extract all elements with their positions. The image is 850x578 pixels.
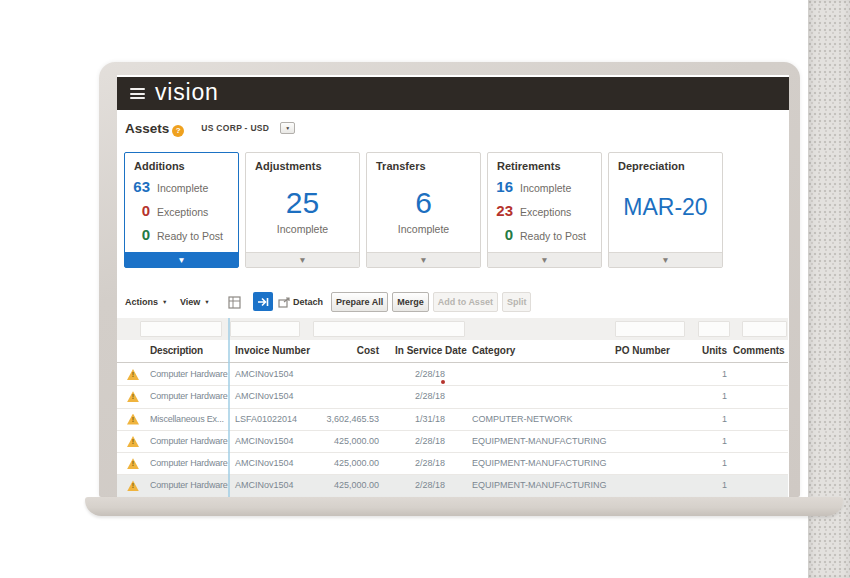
- table-row[interactable]: Miscellaneous Ex...LSFA010220143,602,465…: [117, 409, 788, 431]
- cell-invoice: AMCINov1504: [235, 436, 294, 446]
- filter-input[interactable]: [698, 321, 730, 337]
- page-title: Assets: [125, 121, 169, 136]
- cell-date: 1/31/18: [395, 414, 465, 424]
- filter-input[interactable]: [140, 321, 222, 337]
- cell-units: 1: [679, 480, 727, 490]
- company-dropdown[interactable]: ▼: [280, 122, 295, 134]
- actions-menu[interactable]: Actions▼: [125, 291, 167, 313]
- column-header-in-service-date[interactable]: In Service Date: [395, 345, 465, 356]
- infotile-value: 6: [367, 186, 480, 220]
- cell-description: Computer Hardware: [150, 480, 228, 490]
- merge-button[interactable]: Merge: [392, 292, 429, 312]
- cell-description: Computer Hardware: [150, 391, 228, 401]
- infotile-expander[interactable]: ▼: [246, 252, 359, 267]
- filter-input[interactable]: [615, 321, 685, 337]
- column-header-invoice-number[interactable]: Invoice Number: [235, 345, 310, 356]
- warning-icon: [127, 480, 139, 491]
- column-highlight-line: [228, 318, 230, 497]
- infotile-sublabel: Incomplete: [246, 223, 359, 235]
- filter-input[interactable]: [230, 321, 300, 337]
- warning-icon: [127, 436, 139, 447]
- cell-invoice: AMCINov1504: [235, 480, 294, 490]
- filter-input[interactable]: [742, 321, 787, 337]
- infotile-value: 25: [246, 186, 359, 220]
- cell-category: EQUIPMENT-MANUFACTURING: [472, 458, 607, 468]
- page-title-row: Assets ? US CORP - USD ▼: [125, 119, 295, 137]
- infotile-title: Additions: [125, 153, 238, 172]
- freeze-icon[interactable]: [228, 291, 241, 313]
- toolbar: Actions▼ View▼ Detach Prepare AllMergeAd…: [125, 291, 785, 313]
- add-to-asset-button[interactable]: Add to Asset: [433, 292, 498, 312]
- cell-category: EQUIPMENT-MANUFACTURING: [472, 480, 607, 490]
- table-row[interactable]: Computer HardwareAMCINov15042/28/181: [117, 386, 788, 408]
- cell-date: 2/28/18: [395, 369, 465, 379]
- warning-icon: [127, 369, 139, 380]
- filter-input[interactable]: [313, 321, 465, 337]
- cell-description: Miscellaneous Ex...: [150, 414, 224, 424]
- cell-invoice: LSFA01022014: [235, 414, 297, 424]
- infotile-sublabel: Incomplete: [367, 223, 480, 235]
- cell-units: 1: [679, 414, 727, 424]
- column-header-units[interactable]: Units: [679, 345, 727, 356]
- infotile-expander[interactable]: ▼: [488, 252, 601, 267]
- menu-icon[interactable]: [130, 86, 145, 102]
- table-row[interactable]: Computer HardwareAMCINov1504425,000.002/…: [117, 475, 788, 497]
- prepare-all-button[interactable]: Prepare All: [331, 292, 388, 312]
- laptop-frame: vision Assets ? US CORP - USD ▼ Addition…: [99, 62, 800, 497]
- laptop-base: [85, 497, 843, 516]
- cell-category: EQUIPMENT-MANUFACTURING: [472, 436, 607, 446]
- infotile-depreciation[interactable]: DepreciationMAR-20▼: [608, 152, 723, 268]
- cell-invoice: AMCINov1504: [235, 391, 294, 401]
- infotile-stat[interactable]: 63Incomplete: [125, 178, 238, 202]
- infotile-expander[interactable]: ▼: [367, 252, 480, 267]
- infotile-stat[interactable]: 0Ready to Post: [125, 226, 238, 250]
- cell-category: COMPUTER-NETWORK: [472, 414, 573, 424]
- cell-description: Computer Hardware: [150, 436, 228, 446]
- stage: vision Assets ? US CORP - USD ▼ Addition…: [0, 0, 850, 578]
- infotile-value: MAR-20: [609, 190, 722, 224]
- infotile-stat[interactable]: 23Exceptions: [488, 202, 601, 226]
- warning-icon: [127, 414, 139, 425]
- infotile-stat[interactable]: 0Ready to Post: [488, 226, 601, 250]
- infotile-retirements[interactable]: Retirements16Incomplete23Exceptions0Read…: [487, 152, 602, 268]
- infotile-expander[interactable]: ▼: [125, 252, 238, 267]
- infotile-title: Adjustments: [246, 153, 359, 172]
- infotile-stat[interactable]: 16Incomplete: [488, 178, 601, 202]
- infotile-stat[interactable]: 0Exceptions: [125, 202, 238, 226]
- background-document: [808, 0, 850, 578]
- cell-units: 1: [679, 458, 727, 468]
- infotile-expander[interactable]: ▼: [609, 252, 722, 267]
- infotile-title: Transfers: [367, 153, 480, 172]
- cell-units: 1: [679, 436, 727, 446]
- help-icon[interactable]: ?: [172, 125, 184, 137]
- cell-description: Computer Hardware: [150, 369, 228, 379]
- required-field-dot: [441, 380, 445, 384]
- table-header-row: DescriptionInvoice NumberCostIn Service …: [117, 340, 788, 363]
- table-row[interactable]: Computer HardwareAMCINov15042/28/181: [117, 364, 788, 386]
- column-header-cost[interactable]: Cost: [307, 345, 379, 356]
- detach-button[interactable]: Detach: [278, 291, 323, 313]
- warning-icon: [127, 391, 139, 402]
- cell-invoice: AMCINov1504: [235, 369, 294, 379]
- infotile-transfers[interactable]: Transfers6Incomplete▼: [366, 152, 481, 268]
- app-logo: vision: [155, 79, 219, 106]
- column-header-category[interactable]: Category: [472, 345, 515, 356]
- table-row[interactable]: Computer HardwareAMCINov1504425,000.002/…: [117, 453, 788, 475]
- infotile-title: Retirements: [488, 153, 601, 172]
- view-menu[interactable]: View▼: [180, 291, 210, 313]
- column-header-po-number[interactable]: PO Number: [615, 345, 670, 356]
- cell-cost: 3,602,465.53: [307, 414, 379, 424]
- column-header-description[interactable]: Description: [150, 345, 203, 356]
- cell-units: 1: [679, 369, 727, 379]
- cell-cost: 425,000.00: [307, 480, 379, 490]
- cell-cost: 425,000.00: [307, 458, 379, 468]
- warning-icon: [127, 458, 139, 469]
- app-header: vision: [117, 77, 789, 110]
- infotile-additions[interactable]: Additions63Incomplete0Exceptions0Ready t…: [124, 152, 239, 268]
- table-row[interactable]: Computer HardwareAMCINov1504425,000.002/…: [117, 431, 788, 453]
- column-header-comments[interactable]: Comments: [733, 345, 785, 356]
- infotile-title: Depreciation: [609, 153, 722, 172]
- split-button[interactable]: Split: [502, 292, 532, 312]
- go-to-transaction-button[interactable]: [253, 292, 273, 311]
- infotile-adjustments[interactable]: Adjustments25Incomplete▼: [245, 152, 360, 268]
